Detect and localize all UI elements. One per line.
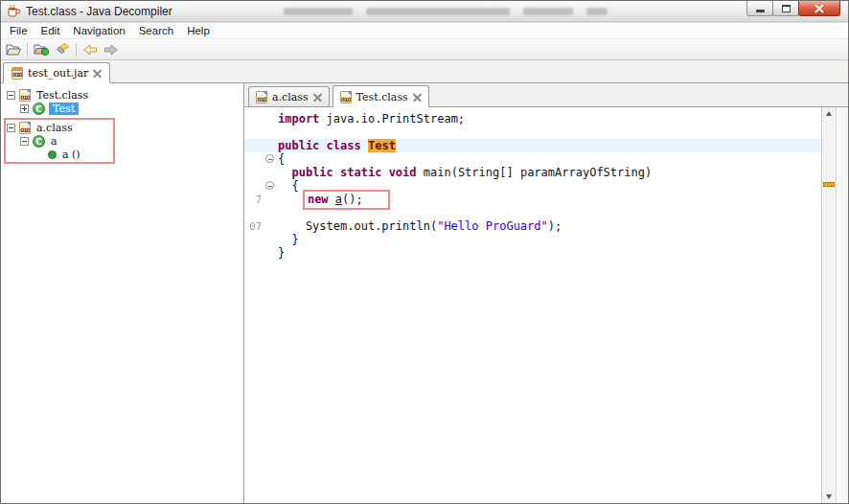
code-row: 7 new a(); — [244, 193, 821, 206]
minimize-icon — [756, 10, 765, 12]
fold-margin — [264, 112, 278, 126]
close-tab-icon[interactable] — [313, 93, 322, 102]
code-seg: (); — [342, 193, 363, 206]
code-seg: ); — [548, 219, 562, 233]
editor-tab-a-class[interactable]: a.class — [248, 86, 330, 106]
code-line: } — [278, 246, 821, 260]
menu-item-edit[interactable]: Edit — [34, 25, 67, 36]
code-line: System.out.println("Hello ProGuard"); — [278, 219, 821, 233]
code-seg: main(String[] paramArrayOfString) — [417, 166, 653, 179]
code-line: } — [278, 233, 821, 246]
tree-row[interactable]: a — [1, 134, 243, 148]
menu-item-navigation[interactable]: Navigation — [66, 25, 131, 36]
java-decompiler-app-icon — [6, 4, 21, 18]
code-seg: { — [278, 179, 299, 193]
fold-margin — [264, 179, 278, 193]
code-area[interactable]: import java.io.PrintStream;public class … — [244, 107, 821, 503]
code-seg: void — [389, 166, 417, 179]
code-row: public class Test — [244, 139, 821, 152]
menu-item-help[interactable]: Help — [180, 25, 217, 36]
search-button[interactable] — [53, 41, 72, 58]
scroll-up-icon[interactable] — [826, 111, 832, 116]
tree-row[interactable]: a.class — [1, 121, 243, 134]
fold-margin — [264, 152, 278, 166]
title-bar: Test.class - Java Decompiler — [1, 1, 848, 22]
code-seg — [333, 166, 340, 179]
tree-item-label: Test.class — [34, 89, 90, 102]
expand-toggle-icon[interactable] — [20, 104, 29, 113]
main-content: Test.classTesta.classaa () a.classTest.c… — [1, 83, 848, 503]
fold-margin — [264, 206, 278, 219]
forward-button[interactable] — [102, 41, 121, 58]
code-seg: public — [278, 139, 319, 152]
code-seg — [278, 193, 306, 206]
gutter-line-number: 7 — [244, 194, 264, 205]
collapse-toggle-icon[interactable] — [20, 137, 29, 146]
minimize-button[interactable] — [746, 1, 773, 16]
fold-collapse-icon[interactable] — [265, 181, 274, 190]
code-seg: System.out.println( — [278, 219, 437, 233]
code-seg: a — [335, 193, 342, 206]
code-seg — [278, 166, 291, 179]
open-type-button[interactable] — [32, 41, 51, 58]
tree-row[interactable]: Test.class — [1, 88, 243, 102]
class-file-icon — [256, 91, 267, 103]
code-seg — [381, 166, 388, 179]
open-file-button[interactable] — [4, 41, 23, 58]
class-tree-panel: Test.classTesta.classaa () — [1, 83, 244, 503]
code-line: import java.io.PrintStream; — [278, 112, 821, 126]
annotation-rectangle-code: new a(); — [303, 190, 390, 210]
collapse-toggle-icon[interactable] — [7, 124, 15, 132]
editor-tab-label: a.class — [272, 91, 309, 103]
back-button[interactable] — [80, 41, 100, 58]
class-tree: Test.classTesta.classaa () — [1, 83, 243, 161]
open-folder-icon — [6, 42, 22, 57]
fold-margin — [264, 126, 278, 139]
code-line: new a(); — [278, 193, 821, 206]
editor-tab-Test-class[interactable]: Test.class — [333, 85, 429, 107]
class-file-icon — [340, 91, 352, 103]
code-seg: public — [291, 166, 333, 179]
code-seg: { — [278, 152, 285, 166]
vertical-scrollbar[interactable] — [821, 107, 836, 503]
tree-row[interactable]: a () — [1, 148, 243, 161]
fold-margin — [264, 219, 278, 233]
class-icon — [33, 103, 45, 115]
close-icon — [815, 4, 824, 13]
fold-margin — [264, 139, 278, 152]
scroll-down-icon[interactable] — [826, 494, 832, 499]
code-seg: java.io.PrintStream; — [319, 112, 465, 126]
tab-test-out-jar[interactable]: test_out.jar — [3, 62, 110, 83]
close-tab-icon[interactable] — [413, 93, 422, 102]
class-file-icon — [19, 89, 31, 102]
tree-row[interactable]: Test — [1, 102, 243, 115]
forward-arrow-icon — [103, 43, 119, 57]
occurrence-marker[interactable] — [823, 182, 835, 187]
code-row: 07 System.out.println("Hello ProGuard"); — [244, 219, 821, 233]
code-line: { — [278, 152, 821, 166]
collapse-toggle-icon[interactable] — [7, 91, 15, 100]
maximize-button[interactable] — [772, 1, 799, 16]
code-row: import java.io.PrintStream; — [244, 112, 821, 126]
toolbar-separator — [76, 43, 77, 57]
editor-tab-bar: a.classTest.class — [244, 83, 848, 107]
overview-ruler — [836, 107, 848, 503]
tree-item-label: Test — [49, 103, 79, 115]
tree-item-label: a — [49, 135, 59, 148]
code-seg — [361, 139, 368, 152]
code-seg: static — [340, 166, 381, 179]
close-button[interactable] — [798, 1, 840, 16]
close-tab-icon[interactable] — [93, 69, 102, 78]
menu-item-search[interactable]: Search — [132, 25, 180, 36]
workspace-tab-label: test_out.jar — [28, 67, 88, 80]
watermark-blur — [284, 8, 608, 15]
workspace-tab-bar: test_out.jar — [1, 60, 848, 83]
editor-tab-label: Test.class — [356, 91, 408, 103]
toolbar — [1, 39, 848, 60]
toolbar-separator — [27, 43, 28, 57]
fold-collapse-icon[interactable] — [265, 154, 274, 163]
fold-margin — [264, 193, 278, 206]
code-seg: class — [327, 139, 361, 152]
menu-item-file[interactable]: File — [3, 25, 34, 36]
code-seg: import — [278, 112, 319, 126]
